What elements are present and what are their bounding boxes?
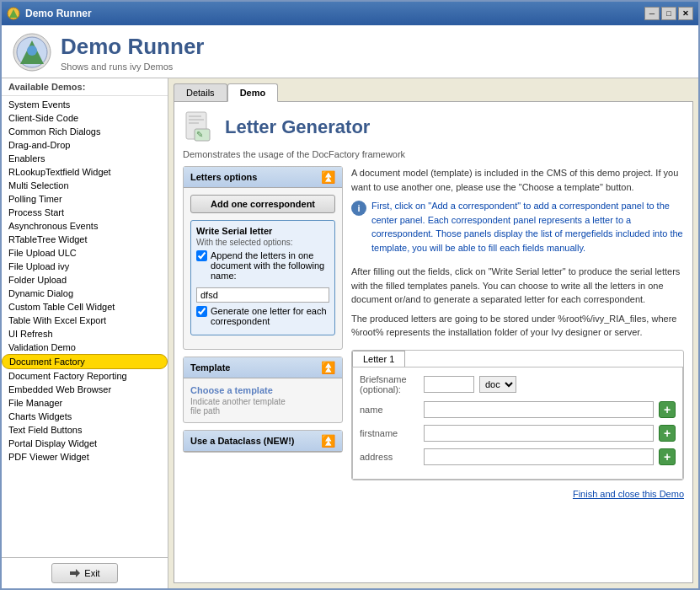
document-name-input[interactable] bbox=[196, 287, 329, 303]
main-area: Available Demos: System EventsClient-Sid… bbox=[2, 78, 698, 588]
write-serial-title: Write Serial letter bbox=[196, 226, 329, 236]
collapse-icon[interactable]: ⏫ bbox=[321, 170, 335, 184]
tabs-bar: Details Demo bbox=[174, 83, 693, 102]
choose-template-label[interactable]: Choose a template bbox=[190, 385, 335, 395]
sidebar-item-process-start[interactable]: Process Start bbox=[2, 206, 168, 219]
dataclass-collapse-icon[interactable]: ⏫ bbox=[321, 434, 335, 448]
svg-rect-11 bbox=[189, 122, 199, 124]
sidebar-item-enablers[interactable]: Enablers bbox=[2, 152, 168, 165]
generate-checkbox-row: Generate one letter for each corresponde… bbox=[196, 306, 329, 326]
append-checkbox[interactable] bbox=[196, 250, 207, 261]
name-label: name bbox=[360, 405, 419, 415]
sidebar-item-document-factory-reporting[interactable]: Document Factory Reporting bbox=[2, 369, 168, 383]
firstname-row: firstname + bbox=[360, 425, 676, 442]
sidebar-item-validation-demo[interactable]: Validation Demo bbox=[2, 341, 168, 354]
briefsname-label: Briefsname (optional): bbox=[360, 374, 419, 394]
sidebar-item-rlookup-textfield[interactable]: RLookupTextfield Widget bbox=[2, 165, 168, 179]
append-checkbox-row: Append the letters in one document with … bbox=[196, 250, 329, 281]
doc-select[interactable]: doc bbox=[479, 376, 516, 393]
letter-1-tab[interactable]: Letter 1 bbox=[352, 351, 405, 367]
sidebar-item-client-side-code[interactable]: Client-Side Code bbox=[2, 111, 168, 125]
write-serial-sub: With the selected options: bbox=[196, 238, 329, 247]
minimize-button[interactable]: ─ bbox=[644, 7, 660, 20]
svg-rect-6 bbox=[70, 571, 77, 575]
address-add-button[interactable]: + bbox=[659, 448, 676, 465]
letter-tabs: Letter 1 bbox=[352, 351, 683, 367]
svg-rect-9 bbox=[189, 115, 201, 117]
sidebar-item-file-upload-ivy[interactable]: File Upload ivy bbox=[2, 260, 168, 273]
title-bar: Demo Runner ─ □ ✕ bbox=[2, 2, 698, 25]
maximize-button[interactable]: □ bbox=[661, 7, 676, 20]
dataclass-title: Use a Dataclass (NEW!) bbox=[190, 436, 295, 446]
sidebar-item-charts-widgets[interactable]: Charts Widgets bbox=[2, 410, 168, 423]
append-label: Append the letters in one document with … bbox=[211, 250, 329, 281]
sidebar-item-pdf-viewer-widget[interactable]: PDF Viewer Widget bbox=[2, 450, 168, 464]
svg-point-5 bbox=[27, 46, 37, 56]
sidebar-item-portal-display-widget[interactable]: Portal Display Widget bbox=[2, 437, 168, 450]
sidebar-item-text-field-buttons[interactable]: Text Field Buttons bbox=[2, 423, 168, 437]
firstname-input[interactable] bbox=[424, 425, 654, 442]
app-icon bbox=[7, 7, 20, 20]
tab-details[interactable]: Details bbox=[174, 83, 227, 102]
info-row-1: i First, click on "Add a correspondent" … bbox=[351, 199, 684, 260]
header-logo-row: Demo Runner Shows and runs ivy Demos bbox=[12, 32, 688, 72]
desc-paragraph-2: First, click on "Add a correspondent" to… bbox=[371, 199, 684, 255]
sidebar-item-async-events[interactable]: Asynchronous Events bbox=[2, 219, 168, 233]
template-collapse-icon[interactable]: ⏫ bbox=[321, 361, 335, 374]
sidebar-list: System EventsClient-Side CodeCommon Rich… bbox=[2, 96, 168, 557]
sidebar-item-embedded-web-browser[interactable]: Embedded Web Browser bbox=[2, 383, 168, 396]
address-row: address + bbox=[360, 448, 676, 465]
sidebar-item-ui-refresh[interactable]: UI Refresh bbox=[2, 327, 168, 341]
sidebar-item-rtabletree-widget[interactable]: RTableTree Widget bbox=[2, 233, 168, 246]
sidebar-item-custom-table-cell[interactable]: Custom Table Cell Widget bbox=[2, 300, 168, 314]
window-title: Demo Runner bbox=[25, 8, 92, 19]
header-text: Demo Runner Shows and runs ivy Demos bbox=[61, 34, 204, 72]
sidebar-item-file-upload-ulc[interactable]: File Upload ULC bbox=[2, 246, 168, 260]
firstname-add-button[interactable]: + bbox=[659, 425, 676, 442]
header-area: Demo Runner Shows and runs ivy Demos bbox=[2, 25, 698, 78]
sidebar-item-table-excel-export[interactable]: Table With Excel Export bbox=[2, 314, 168, 327]
generate-checkbox[interactable] bbox=[196, 306, 207, 317]
name-add-button[interactable]: + bbox=[659, 401, 676, 418]
letter-section: Letter 1 Briefsname (optional): doc bbox=[351, 350, 684, 480]
right-panel: A document model (template) is included … bbox=[351, 166, 684, 574]
sidebar-item-folder-upload[interactable]: Folder Upload bbox=[2, 273, 168, 287]
close-button[interactable]: ✕ bbox=[678, 7, 693, 20]
briefsname-input[interactable] bbox=[424, 376, 474, 393]
desc-paragraph-1: A document model (template) is included … bbox=[351, 166, 684, 194]
title-bar-buttons: ─ □ ✕ bbox=[644, 7, 693, 20]
dataclass-section: Use a Dataclass (NEW!) ⏫ bbox=[183, 430, 343, 453]
file-path-label: file path bbox=[190, 406, 335, 416]
address-input[interactable] bbox=[424, 448, 654, 465]
left-panel: Letters options ⏫ Add one correspondent … bbox=[183, 166, 343, 574]
sidebar-item-document-factory[interactable]: Document Factory bbox=[2, 354, 168, 369]
finish-link[interactable]: Finish and close this Demo bbox=[573, 489, 684, 499]
letters-options-body: Add one correspondent Write Serial lette… bbox=[184, 188, 342, 349]
template-title: Template bbox=[190, 362, 230, 373]
address-label: address bbox=[360, 452, 419, 462]
sidebar-item-multi-selection[interactable]: Multi Selection bbox=[2, 179, 168, 192]
sidebar-item-polling-timer[interactable]: Polling Timer bbox=[2, 192, 168, 206]
name-input[interactable] bbox=[424, 401, 654, 418]
sidebar-item-system-events[interactable]: System Events bbox=[2, 98, 168, 111]
exit-button[interactable]: Exit bbox=[51, 563, 117, 583]
content-panel: ✎ Letter Generator Demonstrates the usag… bbox=[174, 101, 693, 583]
sidebar-item-dynamic-dialog[interactable]: Dynamic Dialog bbox=[2, 287, 168, 300]
indicate-template-label: Indicate another template bbox=[190, 397, 335, 406]
main-window: Demo Runner ─ □ ✕ Demo Runner Shows and … bbox=[0, 0, 700, 590]
tab-demo[interactable]: Demo bbox=[227, 83, 279, 102]
sidebar-footer: Exit bbox=[2, 557, 168, 588]
sidebar-item-file-manager[interactable]: File Manager bbox=[2, 396, 168, 410]
dataclass-header: Use a Dataclass (NEW!) ⏫ bbox=[184, 431, 342, 452]
svg-marker-7 bbox=[76, 569, 80, 577]
letters-options-section: Letters options ⏫ Add one correspondent … bbox=[183, 166, 343, 350]
logo-icon bbox=[12, 32, 52, 72]
app-subtitle: Shows and runs ivy Demos bbox=[61, 62, 204, 72]
write-serial-box: Write Serial letter With the selected op… bbox=[190, 220, 335, 335]
add-correspondent-button[interactable]: Add one correspondent bbox=[190, 195, 335, 213]
info-icon-1: i bbox=[351, 201, 366, 216]
sidebar-item-drag-and-drop[interactable]: Drag-and-Drop bbox=[2, 138, 168, 152]
sidebar-item-common-rich-dialogs[interactable]: Common Rich Dialogs bbox=[2, 125, 168, 138]
briefsname-row: Briefsname (optional): doc bbox=[360, 374, 676, 394]
footer-bar: Finish and close this Demo bbox=[351, 485, 684, 499]
